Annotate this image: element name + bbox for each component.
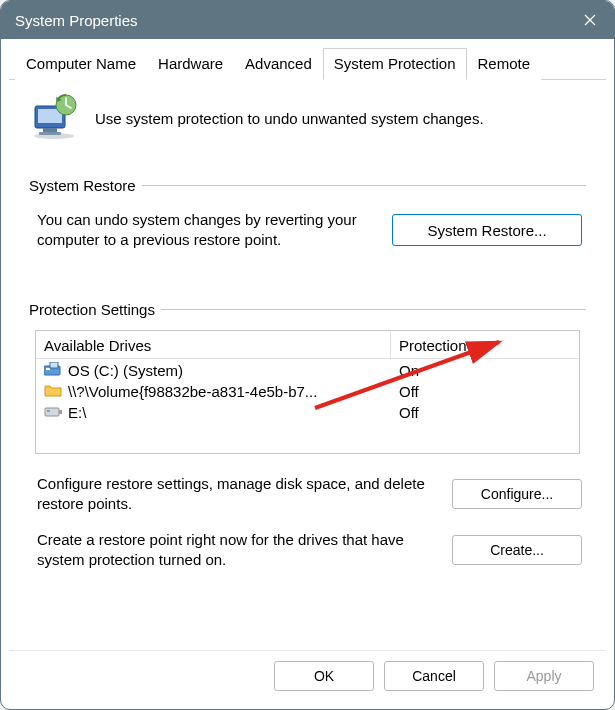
drives-header: Available Drives Protection	[36, 331, 579, 360]
drive-protection: On	[391, 361, 579, 380]
configure-desc: Configure restore settings, manage disk …	[37, 474, 438, 515]
close-icon	[584, 14, 596, 26]
drive-name: E:\	[68, 404, 86, 421]
titlebar: System Properties	[1, 1, 614, 39]
drive-os-icon	[44, 362, 62, 379]
divider	[161, 309, 586, 310]
tab-hardware[interactable]: Hardware	[147, 48, 234, 80]
tab-remote[interactable]: Remote	[467, 48, 542, 80]
tab-system-protection[interactable]: System Protection	[323, 48, 467, 80]
tab-computer-name[interactable]: Computer Name	[15, 48, 147, 80]
drive-name: \\?\Volume{f98832be-a831-4e5b-b7...	[68, 383, 317, 400]
drive-protection: Off	[391, 382, 579, 401]
group-system-restore: System Restore You can undo system chang…	[29, 177, 586, 255]
svg-rect-8	[50, 362, 58, 368]
table-row[interactable]: OS (C:) (System) On	[36, 360, 579, 381]
system-restore-desc: You can undo system changes by reverting…	[37, 210, 378, 251]
tab-strip: Computer Name Hardware Advanced System P…	[9, 47, 606, 80]
group-protection-settings: Protection Settings Available Drives Pro…	[29, 301, 586, 575]
folder-icon	[44, 383, 62, 400]
system-protection-icon	[29, 94, 83, 143]
svg-rect-11	[47, 410, 50, 412]
table-row[interactable]: \\?\Volume{f98832be-a831-4e5b-b7... Off	[36, 381, 579, 402]
col-header-protection[interactable]: Protection	[391, 331, 579, 359]
tab-advanced[interactable]: Advanced	[234, 48, 323, 80]
svg-rect-10	[59, 410, 62, 414]
col-header-drives[interactable]: Available Drives	[36, 331, 391, 359]
window-title: System Properties	[15, 12, 566, 29]
system-properties-window: System Properties Computer Name Hardware…	[0, 0, 615, 710]
system-restore-button[interactable]: System Restore...	[392, 214, 582, 246]
create-button[interactable]: Create...	[452, 535, 582, 565]
svg-rect-4	[39, 132, 61, 135]
configure-button[interactable]: Configure...	[452, 479, 582, 509]
group-label-protection-settings: Protection Settings	[29, 301, 155, 318]
divider	[142, 185, 586, 186]
drive-usb-icon	[44, 404, 62, 421]
dialog-button-row: OK Cancel Apply	[9, 650, 606, 705]
svg-rect-3	[43, 128, 57, 132]
svg-rect-7	[46, 368, 50, 370]
intro-row: Use system protection to undo unwanted s…	[29, 94, 586, 143]
intro-text: Use system protection to undo unwanted s…	[95, 110, 586, 127]
close-button[interactable]	[566, 1, 614, 39]
cancel-button[interactable]: Cancel	[384, 661, 484, 691]
tab-panel-system-protection: Use system protection to undo unwanted s…	[9, 80, 606, 650]
dialog-body: Computer Name Hardware Advanced System P…	[1, 39, 614, 709]
create-desc: Create a restore point right now for the…	[37, 530, 438, 571]
drives-table: Available Drives Protection OS (C:) (Sys…	[35, 330, 580, 454]
ok-button[interactable]: OK	[274, 661, 374, 691]
table-row[interactable]: E:\ Off	[36, 402, 579, 423]
apply-button[interactable]: Apply	[494, 661, 594, 691]
drive-name: OS (C:) (System)	[68, 362, 183, 379]
group-label-system-restore: System Restore	[29, 177, 136, 194]
drive-protection: Off	[391, 403, 579, 422]
